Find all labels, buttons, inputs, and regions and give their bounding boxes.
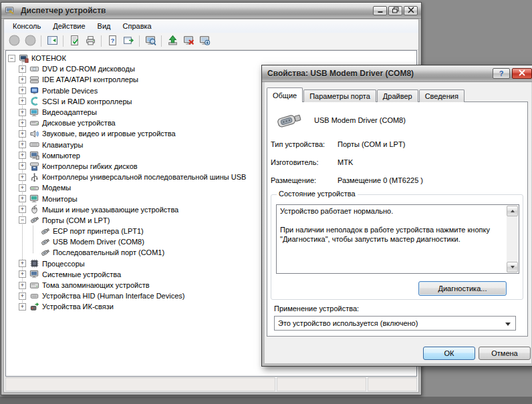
print-icon	[85, 35, 96, 47]
scroll-down-button[interactable]	[507, 262, 518, 272]
tree-item-label: Системные устройства	[42, 270, 121, 278]
expand-toggle[interactable]: +	[19, 97, 26, 105]
tree-item-label: IDE ATA/ATAPI контроллеры	[42, 75, 138, 83]
ok-button[interactable]: ОК	[423, 347, 475, 360]
toolbar-scan-hardware-changes-button[interactable]	[197, 34, 212, 48]
expand-toggle[interactable]: +	[19, 260, 26, 267]
tree-item[interactable]: +Компьютер	[6, 150, 416, 161]
close-button[interactable]	[404, 6, 418, 15]
toolbar-export-list-button[interactable]	[121, 34, 136, 48]
minimize-button[interactable]	[373, 6, 387, 15]
expand-toggle[interactable]: +	[19, 162, 26, 170]
menu-item-1[interactable]: Консоль	[7, 21, 47, 31]
tree-item-label: Устройства HID (Human Interface Devices)	[42, 292, 184, 300]
tree-item[interactable]: +Клавиатуры	[6, 140, 416, 150]
tree-item-label: Дисковые устройства	[42, 119, 116, 127]
tree-item[interactable]: +Контроллеры универсальной последователь…	[6, 172, 416, 182]
tree-item-label: Мыши и иные указывающие устройства	[42, 206, 178, 214]
tree-item[interactable]: Последовательный порт (COM1)	[6, 247, 416, 258]
tree-item[interactable]: +Звуковые, видео и игровые устройства	[6, 128, 416, 139]
tree-item[interactable]: +DVD и CD-ROM дисководы	[6, 63, 416, 74]
expand-toggle[interactable]: +	[19, 120, 26, 127]
port-icon	[29, 215, 39, 225]
expand-toggle[interactable]: +	[19, 303, 26, 311]
menu-item-3[interactable]: Вид	[92, 21, 117, 31]
floppy-controller-icon	[29, 161, 39, 171]
tree-item[interactable]: +Процессоры	[6, 258, 416, 269]
minimize-icon	[376, 7, 384, 15]
tree-item[interactable]: +Мыши и иные указывающие устройства	[6, 204, 416, 215]
toolbar-back-button[interactable]	[7, 34, 21, 48]
tab-Общие[interactable]: Общие	[267, 87, 303, 102]
tree-item[interactable]: +Устройства ИК-связи	[6, 301, 416, 312]
device-usage-combobox[interactable]: Это устройство используется (включено)	[274, 316, 516, 331]
dialog-close-button[interactable]	[512, 68, 532, 79]
toolbar-scan-computer-button[interactable]	[143, 34, 158, 48]
expand-toggle[interactable]: +	[19, 270, 26, 278]
expand-toggle[interactable]: +	[19, 195, 26, 202]
expand-toggle[interactable]: +	[19, 282, 26, 289]
window-title: Диспетчер устройств	[21, 6, 370, 15]
menu-item-4[interactable]: Справка	[117, 21, 158, 31]
window-titlebar[interactable]: Диспетчер устройств	[1, 3, 421, 19]
desktop-bottom-strip	[0, 397, 532, 404]
menu-item-2[interactable]: Действие	[47, 21, 91, 31]
tree-item[interactable]: +Системные устройства	[6, 269, 416, 280]
expand-toggle[interactable]: +	[19, 87, 26, 94]
cancel-button[interactable]: Отмена	[479, 347, 531, 360]
diagnostics-button[interactable]: Диагностика...	[418, 281, 507, 296]
expand-toggle[interactable]: +	[19, 174, 26, 181]
close-icon	[518, 69, 526, 77]
tree-item[interactable]: USB Modem Driver (COM8)	[6, 236, 416, 247]
tab-strip: ОбщиеПараметры портаДрайверСведения	[267, 87, 465, 102]
tab-Драйвер[interactable]: Драйвер	[377, 89, 418, 102]
tree-item[interactable]: +Мониторы	[6, 193, 416, 204]
toolbar-help-doc-button[interactable]: ?	[105, 34, 120, 48]
scroll-up-button[interactable]	[507, 206, 518, 216]
expand-toggle[interactable]: +	[19, 184, 26, 192]
tree-item-label: DVD и CD-ROM дисководы	[42, 65, 135, 73]
tab-Сведения[interactable]: Сведения	[419, 89, 464, 102]
back-icon	[9, 35, 20, 47]
expand-toggle[interactable]: +	[19, 152, 26, 159]
restore-button[interactable]	[388, 6, 402, 15]
expand-toggle[interactable]: +	[19, 141, 26, 148]
tree-item[interactable]: +Дисковые устройства	[6, 118, 416, 128]
expand-toggle[interactable]: +	[19, 292, 26, 300]
toolbar-forward-button[interactable]	[23, 34, 37, 48]
svg-text:?: ?	[110, 37, 114, 44]
tree-item[interactable]: +Видеоадаптеры	[6, 107, 416, 118]
tree-item-label: Тома запоминающих устройств	[42, 281, 150, 289]
scrollbar[interactable]	[507, 206, 518, 272]
tree-item[interactable]: +Устройства HID (Human Interface Devices…	[6, 290, 416, 301]
portable-device-icon	[29, 85, 39, 95]
expand-toggle[interactable]: −	[19, 216, 26, 224]
tree-item-label: Portable Devices	[42, 87, 98, 95]
toolbar-separator	[101, 35, 102, 47]
tree-item[interactable]: −КОТЕНОК	[6, 53, 416, 63]
tree-item-label: Последовательный порт (COM1)	[53, 248, 164, 256]
toolbar-uninstall-device-button[interactable]	[181, 34, 196, 48]
toolbar-show-console-tree-button[interactable]	[45, 34, 59, 48]
toolbar-properties-button[interactable]	[67, 34, 82, 48]
tree-item[interactable]: ECP порт принтера (LPT1)	[6, 226, 416, 236]
tree-item-label: Процессоры	[42, 260, 85, 268]
expand-toggle[interactable]: +	[19, 65, 26, 73]
tab-Параметры порта[interactable]: Параметры порта	[303, 89, 376, 102]
expand-toggle[interactable]: +	[19, 206, 26, 213]
tree-item[interactable]: +IDE ATA/ATAPI контроллеры	[6, 74, 416, 85]
dialog-help-button[interactable]: ?	[493, 68, 510, 79]
toolbar-update-driver-button[interactable]	[165, 34, 180, 48]
toolbar-print-button[interactable]	[83, 34, 98, 48]
tree-item[interactable]: +Модемы	[6, 182, 416, 193]
tree-item[interactable]: +Тома запоминающих устройств	[6, 280, 416, 290]
status-pane	[5, 377, 275, 391]
arrow-up-icon	[511, 210, 515, 212]
expand-toggle[interactable]: +	[19, 76, 26, 83]
scan-computer-icon	[145, 35, 156, 47]
expand-toggle[interactable]: +	[19, 109, 26, 116]
expand-toggle[interactable]: −	[8, 55, 15, 62]
tree-item[interactable]: +Контроллеры гибких дисков	[6, 161, 416, 172]
expand-toggle[interactable]: +	[19, 130, 26, 138]
tree-item[interactable]: −Порты (COM и LPT)	[6, 215, 416, 226]
